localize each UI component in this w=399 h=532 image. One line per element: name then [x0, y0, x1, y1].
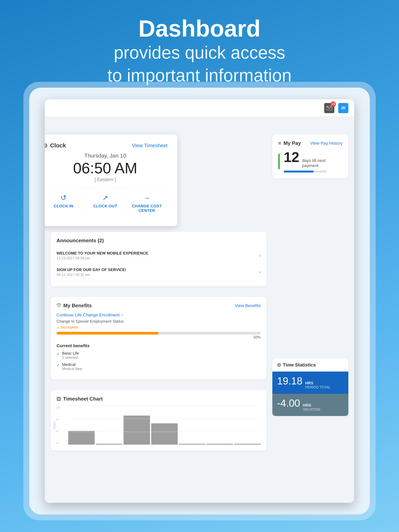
pay-progress-bar: [284, 171, 327, 172]
ann-title-1: WELCOME TO YOUR NEW MOBILE EXPERIENCE: [57, 251, 257, 255]
avatar-button[interactable]: JK: [338, 103, 348, 113]
ann-date-1: 11-13-2017 06:04 pm: [57, 256, 257, 260]
time-stats-card: ⊙ Time Statistics 19.18 HRS PERIOD TOTAL…: [272, 358, 348, 416]
benefits-card: ♡ My Benefits View Benefits Continue Lif…: [51, 297, 266, 380]
benefit-check-2: ✓: [57, 363, 60, 367]
tablet-frame: 13 JK ⊙ Clock View Timesheet: [23, 82, 376, 520]
benefit-name-2: Medical: [62, 362, 82, 367]
progress-bar: [57, 332, 261, 335]
clock-card: ⊙ Clock View Timesheet Thursday, Jan 10 …: [45, 134, 177, 226]
chart-hours-label: hours: [53, 422, 56, 429]
enrollment-chevron: ›: [121, 313, 122, 318]
time-stats-title: ⊙ Time Statistics: [272, 358, 348, 372]
clock-time: 06:50 AM: [45, 160, 167, 176]
pay-title: ≡ My Pay: [278, 140, 301, 146]
notification-badge: 13: [330, 101, 336, 107]
clock-timezone: [ Eastern ]: [45, 177, 167, 182]
benefit-detail-1: 2 selected: [62, 355, 79, 360]
announcements-title: Announcements (2): [57, 238, 261, 244]
main-content: ⊙ Clock View Timesheet Thursday, Jan 10 …: [45, 117, 354, 503]
clock-card-header: ⊙ Clock View Timesheet: [45, 142, 167, 149]
timesheet-title: ⊡ Timesheet Chart: [57, 396, 103, 402]
chart-bar-1: [68, 431, 95, 444]
enrollment-subtitle: Change In Spouse Employment Status: [57, 319, 261, 324]
notification-area[interactable]: 13: [324, 103, 334, 113]
chart-bar-2: [96, 444, 122, 444]
chart-bar-5: [179, 444, 205, 444]
chart-bar-3: [123, 416, 150, 444]
benefit-detail-2: Medical New: [62, 367, 82, 371]
right-column: ≡ My Pay View Pay History 12 days till n…: [272, 117, 354, 503]
stat-unit-vacation: HRS: [303, 403, 320, 408]
benefits-title: ♡ My Benefits: [57, 303, 92, 309]
chart-bar-6: [206, 444, 233, 444]
header-subtitle: provides quick access to important infor…: [0, 41, 399, 87]
time-stats-icon: ⊙: [277, 362, 281, 368]
progress-label: 50%: [57, 335, 261, 339]
app-screen: 13 JK ⊙ Clock View Timesheet: [45, 99, 354, 503]
benefits-icon: ♡: [57, 303, 61, 309]
benefit-item-1: ✓ Basic Life 2 selected: [57, 351, 261, 360]
clock-in-icon: ↺: [61, 194, 66, 202]
clock-in-button[interactable]: ↺ CLOCK IN: [45, 188, 84, 218]
pay-content: 12 days till next payment: [278, 150, 342, 172]
benefit-check-1: ✓: [57, 351, 60, 356]
change-cost-icon: →: [143, 194, 150, 202]
chart-y-labels: 10 8 6 4: [57, 406, 60, 445]
clock-out-icon: ↗: [102, 194, 108, 202]
timesheet-card: ⊡ Timesheet Chart: [51, 390, 266, 451]
view-timesheet-link[interactable]: View Timesheet: [132, 143, 167, 149]
pay-indicator: [278, 154, 280, 169]
change-cost-center-button[interactable]: → CHANGE COST CENTER: [126, 188, 167, 218]
left-column: ⊙ Clock View Timesheet Thursday, Jan 10 …: [45, 117, 272, 503]
warning-icon: ⚠: [57, 325, 60, 329]
ann-chevron-2: ›: [259, 270, 261, 275]
stat-unit-period: HRS: [305, 381, 330, 385]
pay-days: 12: [284, 150, 299, 164]
ann-title-2: SIGN UP FOR OUR DAY OF SERVICE!: [57, 267, 257, 272]
chart-bar-4: [151, 423, 178, 444]
tablet-inner: 13 JK ⊙ Clock View Timesheet: [29, 88, 370, 514]
chart-container: 10 8 6 4 hours: [64, 406, 261, 445]
announcements-card: Announcements (2) WELCOME TO YOUR NEW MO…: [51, 232, 266, 286]
stat-label-period: PERIOD TOTAL: [305, 385, 330, 389]
clock-date: Thursday, Jan 10: [45, 153, 167, 159]
stat-label-vacation: VACATION: [303, 408, 320, 412]
clock-icon: ⊙: [45, 142, 47, 149]
progress-bar-fill: [57, 332, 159, 335]
ann-chevron-1: ›: [259, 253, 261, 258]
announcement-item-1[interactable]: WELCOME TO YOUR NEW MOBILE EXPERIENCE 11…: [57, 247, 261, 264]
pay-icon: ≡: [278, 140, 281, 146]
pay-card: ≡ My Pay View Pay History 12 days till n…: [272, 134, 348, 178]
clock-card-title: ⊙ Clock: [45, 142, 66, 149]
view-benefits-link[interactable]: View Benefits: [235, 303, 261, 308]
stat-value-vacation: -4.00: [277, 398, 300, 408]
stat-row-period-total: 19.18 HRS PERIOD TOTAL: [272, 372, 348, 394]
benefit-item-2: ✓ Medical Medical New: [57, 362, 261, 371]
ann-date-2: 09-11-2017 06:32 am: [57, 273, 257, 277]
clock-actions: ↺ CLOCK IN ↗ CLOCK OUT → CHANGE COST CEN…: [45, 188, 167, 218]
incomplete-badge: ⚠ Incomplete: [57, 325, 261, 329]
view-pay-history-link[interactable]: View Pay History: [310, 141, 342, 146]
clock-out-button[interactable]: ↗ CLOCK OUT: [84, 188, 126, 218]
timesheet-icon: ⊡: [57, 396, 61, 402]
chart-bars: [64, 406, 261, 445]
pay-progress-fill: [284, 171, 314, 172]
enrollment-link[interactable]: Continue Life Change Enrollment ›: [57, 313, 261, 318]
top-bar: 13 JK: [45, 99, 354, 117]
pay-days-label: days till next payment: [302, 158, 342, 168]
chart-bar-7: [234, 444, 261, 444]
current-benefits-title: Current benefits: [57, 343, 261, 348]
stat-value-period: 19.18: [277, 376, 302, 386]
benefit-name-1: Basic Life: [62, 351, 79, 355]
announcement-item-2[interactable]: SIGN UP FOR OUR DAY OF SERVICE! 09-11-20…: [57, 264, 261, 280]
stat-row-vacation: -4.00 HRS VACATION: [272, 394, 348, 416]
header-title: Dashboard: [0, 16, 399, 41]
